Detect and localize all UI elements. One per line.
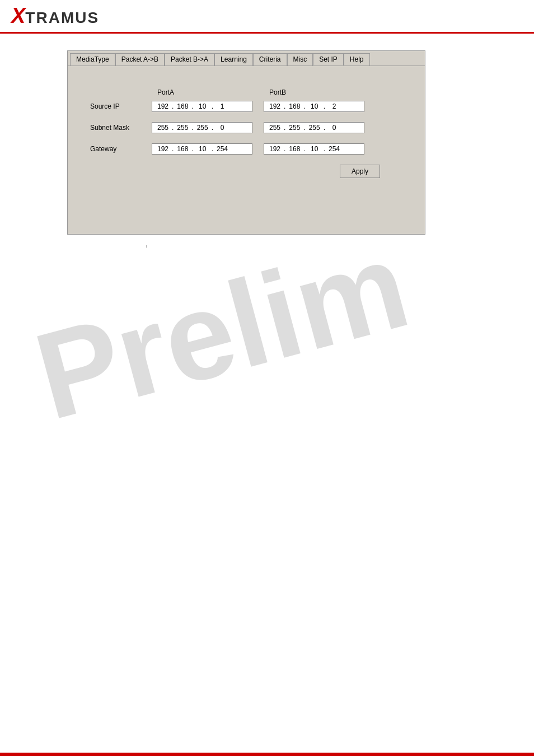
logo-tramus: TRAMUS	[25, 9, 99, 27]
subnet-mask-porta-o2[interactable]	[174, 124, 191, 132]
source-ip-portb-group: . . .	[264, 101, 364, 112]
source-ip-porta-group: . . .	[152, 101, 252, 112]
tab-learning[interactable]: Learning	[214, 53, 253, 66]
main-content: MediaType Packet A->B Packet B->A Learni…	[0, 34, 534, 265]
subnet-mask-porta-group: . . .	[152, 122, 252, 133]
source-ip-portb-o3[interactable]	[306, 102, 323, 110]
tab-packet-ab[interactable]: Packet A->B	[115, 53, 165, 66]
panel-content: PortA PortB Source IP . . .	[68, 66, 425, 234]
ip-form: PortA PortB Source IP . . .	[85, 77, 408, 189]
tab-help[interactable]: Help	[344, 53, 370, 66]
gateway-row: Gateway . . . . .	[90, 143, 402, 155]
source-ip-portb-o1[interactable]	[266, 102, 283, 110]
col-header-a: PortA	[157, 88, 269, 96]
footer-bar	[0, 753, 534, 756]
subnet-mask-portb-group: . . .	[264, 122, 364, 133]
gateway-portb-o3[interactable]	[306, 145, 323, 153]
subnet-mask-porta-o3[interactable]	[194, 124, 211, 132]
subnet-mask-porta-o4[interactable]	[214, 124, 231, 132]
gateway-porta-o4[interactable]	[214, 145, 231, 153]
logo: X TRAMUS	[11, 5, 99, 27]
tab-criteria[interactable]: Criteria	[253, 53, 287, 66]
logo-x: X	[11, 5, 25, 26]
tab-setip[interactable]: Set IP	[313, 53, 344, 66]
gateway-porta-group: . . .	[152, 143, 252, 155]
gateway-portb-group: . . .	[264, 143, 364, 155]
source-ip-portb-o2[interactable]	[286, 102, 303, 110]
gateway-portb-o4[interactable]	[326, 145, 343, 153]
gateway-portb-o2[interactable]	[286, 145, 303, 153]
gateway-porta-o2[interactable]	[174, 145, 191, 153]
tab-misc[interactable]: Misc	[287, 53, 313, 66]
source-ip-porta-o3[interactable]	[194, 102, 211, 110]
tab-mediatype[interactable]: MediaType	[70, 53, 115, 66]
subnet-mask-portb-o1[interactable]	[266, 124, 283, 132]
tab-bar: MediaType Packet A->B Packet B->A Learni…	[68, 51, 425, 66]
apply-button[interactable]: Apply	[340, 165, 380, 178]
gateway-porta-o1[interactable]	[154, 145, 171, 153]
comma-text: ,	[146, 239, 467, 248]
column-headers: PortA PortB	[157, 88, 402, 96]
subnet-mask-portb-o3[interactable]	[306, 124, 323, 132]
source-ip-portb-o4[interactable]	[326, 102, 343, 110]
gateway-label: Gateway	[90, 145, 152, 153]
source-ip-label: Source IP	[90, 102, 152, 110]
subnet-mask-label: Subnet Mask	[90, 124, 152, 132]
gateway-porta-o3[interactable]	[194, 145, 211, 153]
apply-row: Apply	[90, 165, 402, 178]
subnet-mask-row: Subnet Mask . . . . .	[90, 122, 402, 133]
source-ip-porta-o4[interactable]	[214, 102, 231, 110]
source-ip-porta-o1[interactable]	[154, 102, 171, 110]
header: X TRAMUS	[0, 0, 534, 34]
subnet-mask-portb-o4[interactable]	[326, 124, 343, 132]
subnet-mask-porta-o1[interactable]	[154, 124, 171, 132]
col-header-b: PortB	[269, 88, 381, 96]
panel-container: MediaType Packet A->B Packet B->A Learni…	[67, 50, 425, 235]
gateway-portb-o1[interactable]	[266, 145, 283, 153]
tab-packet-ba[interactable]: Packet B->A	[165, 53, 214, 66]
source-ip-porta-o2[interactable]	[174, 102, 191, 110]
source-ip-row: Source IP . . . . .	[90, 101, 402, 112]
subnet-mask-portb-o2[interactable]	[286, 124, 303, 132]
